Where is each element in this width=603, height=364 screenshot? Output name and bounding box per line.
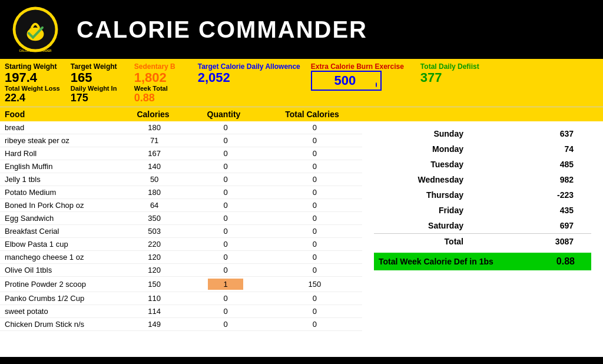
food-total: 0 xyxy=(267,186,362,199)
food-quantity: 0 xyxy=(184,251,267,264)
col-header-calories: Calories xyxy=(124,110,183,119)
food-total: 0 xyxy=(267,121,362,134)
quantity-highlight[interactable]: 1 xyxy=(208,279,243,290)
food-total: 150 xyxy=(267,277,362,292)
day-value: -223 xyxy=(468,187,591,203)
food-items-table: bread 180 0 0 ribeye steak per oz 71 0 0… xyxy=(0,121,362,331)
food-name: ribeye steak per oz xyxy=(0,134,125,147)
food-total: 0 xyxy=(267,318,362,331)
food-calories: 71 xyxy=(125,134,184,147)
food-quantity: 0 xyxy=(184,305,267,318)
food-row: ribeye steak per oz 71 0 0 xyxy=(0,134,362,147)
food-total: 0 xyxy=(267,251,362,264)
column-headers: Food Calories Quantity Total Calories xyxy=(0,107,603,121)
food-total: 0 xyxy=(267,147,362,160)
food-row: Potato Medium 180 0 0 xyxy=(0,186,362,199)
total-weight-loss-value: 22.4 xyxy=(5,92,25,104)
day-name: Sunday xyxy=(374,126,468,141)
day-value: 697 xyxy=(468,218,591,234)
food-row: English Muffin 140 0 0 xyxy=(0,160,362,173)
extra-burn-label: Extra Calorie Burn Exercise xyxy=(311,62,404,71)
weekly-row: Friday 435 xyxy=(374,203,591,218)
food-row: Boned In Pork Chop oz 64 0 0 xyxy=(0,199,362,212)
food-name: Jelly 1 tbls xyxy=(0,173,125,186)
food-total: 0 xyxy=(267,225,362,238)
exercise-input[interactable] xyxy=(316,73,375,88)
target-calorie-value: 2,052 xyxy=(198,71,230,85)
food-calories: 110 xyxy=(125,292,184,305)
food-calories: 140 xyxy=(125,160,184,173)
food-total: 0 xyxy=(267,173,362,186)
weekly-row: Wednesday 982 xyxy=(374,172,591,187)
food-name: Boned In Pork Chop oz xyxy=(0,199,125,212)
food-name: sweet potato xyxy=(0,305,125,318)
weekly-table: Sunday 637 Monday 74 Tuesday 485 Wednesd… xyxy=(374,126,591,249)
food-quantity: 0 xyxy=(184,225,267,238)
food-total: 0 xyxy=(267,134,362,147)
target-weight-label: Target Weight xyxy=(71,62,117,71)
food-total: 0 xyxy=(267,292,362,305)
food-row: manchego cheese 1 oz 120 0 0 xyxy=(0,251,362,264)
weekly-total-label: Total xyxy=(374,234,468,250)
weekly-total-value: 3087 xyxy=(468,234,591,250)
target-calorie-label: Target Calorie Daily Allowence xyxy=(198,62,300,71)
target-weight-value: 165 xyxy=(71,71,92,85)
starting-weight-block: Starting Weight 197.4 Total Weight Loss … xyxy=(5,62,60,104)
day-value: 74 xyxy=(468,141,591,157)
food-calories: 167 xyxy=(125,147,184,160)
app-title: CALORIE COMMANDER xyxy=(77,16,367,43)
sedentary-label: Sedentary B xyxy=(134,62,175,71)
food-quantity: 0 xyxy=(184,121,267,134)
food-name: Egg Sandwich xyxy=(0,212,125,225)
day-name: Thursday xyxy=(374,187,468,203)
day-value: 485 xyxy=(468,157,591,172)
food-calories: 150 xyxy=(125,277,184,292)
weekly-row: Thursday -223 xyxy=(374,187,591,203)
starting-weight-value: 197.4 xyxy=(5,71,37,85)
exercise-block: Extra Calorie Burn Exercise xyxy=(311,62,404,91)
day-value: 435 xyxy=(468,203,591,218)
food-quantity: 0 xyxy=(184,292,267,305)
day-value: 982 xyxy=(468,172,591,187)
food-quantity[interactable]: 1 xyxy=(184,277,267,292)
week-def-label: Total Week Calorie Def in 1bs xyxy=(379,257,493,266)
food-calories: 503 xyxy=(125,225,184,238)
food-calories: 114 xyxy=(125,305,184,318)
sedentary-block: Sedentary B 1,802 Week Total 0.88 xyxy=(134,62,187,104)
stats-row: Starting Weight 197.4 Total Weight Loss … xyxy=(0,59,603,107)
total-week-def: Total Week Calorie Def in 1bs 0.88 xyxy=(374,253,591,270)
food-total: 0 xyxy=(267,160,362,173)
food-calories: 180 xyxy=(125,121,184,134)
food-calories: 64 xyxy=(125,199,184,212)
total-deficit-value: 377 xyxy=(420,71,442,85)
daily-weight-label: Daily Weight In xyxy=(71,85,117,92)
svg-text:CALORIE COMMANDER: CALORIE COMMANDER xyxy=(19,49,52,52)
food-total: 0 xyxy=(267,199,362,212)
week-total-value: 0.88 xyxy=(134,92,155,104)
weekly-row: Saturday 697 xyxy=(374,218,591,234)
food-calories: 149 xyxy=(125,318,184,331)
food-row: Elbow Pasta 1 cup 220 0 0 xyxy=(0,238,362,251)
food-calories: 220 xyxy=(125,238,184,251)
food-row: Protine Powder 2 scoop 150 1 150 xyxy=(0,277,362,292)
header: CALORIE COMMANDER CALORIE COMMANDER xyxy=(0,0,603,59)
weekly-total-row: Total 3087 xyxy=(374,234,591,250)
food-row: Olive Oil 1tbls 120 0 0 xyxy=(0,264,362,277)
day-value: 637 xyxy=(468,126,591,141)
food-calories: 50 xyxy=(125,173,184,186)
main-content: bread 180 0 0 ribeye steak per oz 71 0 0… xyxy=(0,121,603,357)
week-def-value: 0.88 xyxy=(556,256,587,267)
food-quantity: 0 xyxy=(184,173,267,186)
col-header-quantity: Quantity xyxy=(183,110,265,119)
target-weight-block: Target Weight 165 Daily Weight In 175 xyxy=(71,62,124,104)
food-name: Hard Roll xyxy=(0,147,125,160)
food-row: Hard Roll 167 0 0 xyxy=(0,147,362,160)
exercise-input-wrapper[interactable] xyxy=(311,71,382,91)
starting-weight-label: Starting Weight xyxy=(5,62,57,71)
total-deficit-label: Total Daily Defiist xyxy=(420,62,479,71)
food-name: Chicken Drum Stick n/s xyxy=(0,318,125,331)
food-name: Potato Medium xyxy=(0,186,125,199)
food-calories: 120 xyxy=(125,251,184,264)
food-table: bread 180 0 0 ribeye steak per oz 71 0 0… xyxy=(0,121,362,357)
food-row: Panko Crumbs 1/2 Cup 110 0 0 xyxy=(0,292,362,305)
